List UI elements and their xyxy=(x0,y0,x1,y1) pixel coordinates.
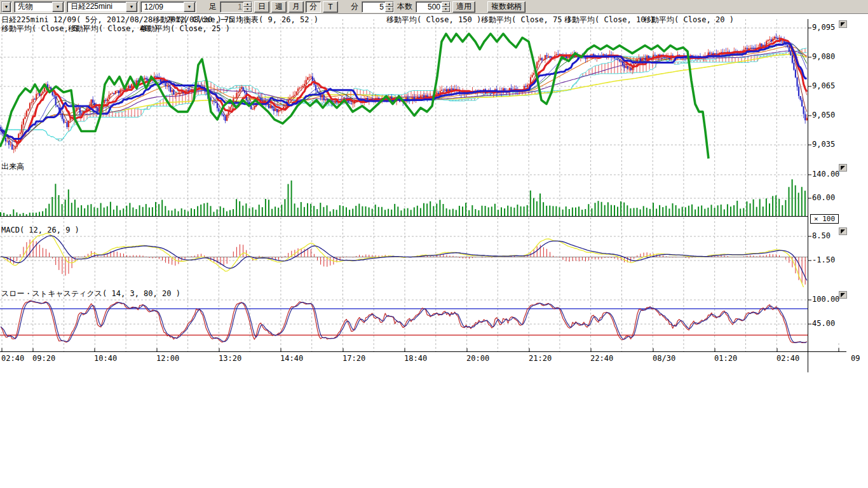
ashi-stepper: ▲▼ xyxy=(220,1,252,13)
x-axis-label: 01:20 xyxy=(714,355,737,363)
arrow-nw-icon xyxy=(841,166,845,170)
volume-panel-collapse-icon[interactable] xyxy=(839,164,847,172)
spin-up-icon: ▲ xyxy=(243,2,252,7)
market-combo[interactable]: 先物 ▼ xyxy=(14,1,65,13)
legend-item: 移動平均( Close, 10 ) xyxy=(564,16,654,24)
legend-item: 移動平均( Close, 150 ) xyxy=(386,16,481,24)
ashi-input xyxy=(220,2,243,12)
minute-stepper[interactable]: ▲▼ xyxy=(362,1,394,13)
legend-item: 移動平均( Close, 75 ) xyxy=(481,16,571,24)
bars-input[interactable] xyxy=(416,2,442,12)
volume-panel-label: 出来高 xyxy=(1,163,24,171)
y-axis-label: 100.00 xyxy=(812,295,839,304)
mini-combo[interactable]: ▼ xyxy=(1,1,12,13)
toolbar: ▼ 先物 ▼ 日経225mini ▼ 12/09 ▼ 足 ▲▼ 日 週 月 分 … xyxy=(0,0,868,14)
minute-input[interactable] xyxy=(362,2,385,12)
y-axis-label: 9,050 xyxy=(812,111,835,119)
bars-stepper[interactable]: ▲▼ xyxy=(416,1,451,13)
ashi-spin: ▲▼ xyxy=(243,2,252,12)
spin-up-icon[interactable]: ▲ xyxy=(385,2,393,7)
arrow-nw-icon xyxy=(841,22,845,27)
period-week-button[interactable]: 週 xyxy=(271,1,287,13)
stoch-panel-label: スロー・ストキャスティクス( 14, 3, 80, 20 ) xyxy=(1,290,180,298)
legend-item: 一目均衡表( 9, 26, 52 ) xyxy=(220,16,318,24)
x-axis-label: 20:00 xyxy=(466,355,489,363)
y-axis-label: 140.00 xyxy=(812,170,839,179)
chevron-down-icon[interactable]: ▼ xyxy=(2,2,11,12)
contract-combo[interactable]: 12/09 ▼ xyxy=(140,1,196,13)
minute-spin[interactable]: ▲▼ xyxy=(385,2,393,12)
y-axis-label: 9,080 xyxy=(812,53,835,61)
symbol-combo-value: 日経225mini xyxy=(67,1,126,12)
spin-down-icon[interactable]: ▼ xyxy=(442,7,450,12)
x-axis-label: 08/30 xyxy=(653,355,675,363)
bars-label: 本数 xyxy=(396,1,414,12)
minute-label: 分 xyxy=(349,1,360,12)
y-axis-label: 9,035 xyxy=(812,140,835,149)
x-axis-label: 17:20 xyxy=(342,355,365,363)
y-axis-label: 8.50 xyxy=(812,232,831,240)
x-axis-label: 21:20 xyxy=(529,355,552,363)
market-combo-value: 先物 xyxy=(15,1,52,12)
period-month-button[interactable]: 月 xyxy=(288,1,304,13)
ashi-label: 足 xyxy=(208,1,218,12)
macd-panel-collapse-icon[interactable] xyxy=(839,227,847,235)
spin-down-icon[interactable]: ▼ xyxy=(385,7,393,12)
x-axis-label: 02:40 xyxy=(776,355,799,363)
period-day-button[interactable]: 日 xyxy=(254,1,269,13)
x-axis-label: 18:40 xyxy=(404,355,427,363)
chevron-down-icon[interactable]: ▼ xyxy=(52,2,64,12)
chart-canvas[interactable] xyxy=(0,0,868,381)
x-axis-label: 02:40 xyxy=(1,355,24,363)
contract-combo-value: 12/09 xyxy=(141,3,184,11)
price-panel-collapse-icon[interactable] xyxy=(839,20,847,28)
x-axis-label: 14:40 xyxy=(280,355,303,363)
stoch-panel-collapse-icon[interactable] xyxy=(839,291,847,299)
spin-down-icon: ▼ xyxy=(243,7,252,12)
legend-item: 移動平均( Close, 20 ) xyxy=(644,16,734,24)
y-axis-label: 9,095 xyxy=(812,24,835,32)
macd-panel-label: MACD( 12, 26, 9 ) xyxy=(1,226,79,234)
x-axis-label: 22:40 xyxy=(590,355,613,363)
y-axis-label: 60.00 xyxy=(812,194,835,202)
y-axis-label: -1.50 xyxy=(812,256,835,264)
x-axis-label: 12:00 xyxy=(156,355,179,363)
multi-symbol-button[interactable]: 複数銘柄 xyxy=(487,1,526,13)
legend-item: 移動平均( Close, 25 ) xyxy=(140,25,230,33)
chevron-down-icon[interactable]: ▼ xyxy=(126,2,137,12)
x-axis-label: 09:20 xyxy=(32,355,55,363)
period-tick-button[interactable]: T xyxy=(323,1,338,13)
y-axis-label: 9,065 xyxy=(812,82,835,90)
y-axis-label: 45.00 xyxy=(812,320,835,328)
x-axis-label: 13:20 xyxy=(219,355,241,363)
apply-button[interactable]: 適用 xyxy=(452,1,475,13)
symbol-combo[interactable]: 日経225mini ▼ xyxy=(67,1,139,13)
period-minute-button[interactable]: 分 xyxy=(306,1,321,13)
bars-spin[interactable]: ▲▼ xyxy=(442,2,450,12)
arrow-nw-icon xyxy=(841,293,845,297)
x-axis-label: 09 xyxy=(851,355,860,363)
volume-multiplier-box: × 100 xyxy=(810,214,839,224)
spin-up-icon[interactable]: ▲ xyxy=(442,2,450,7)
chevron-down-icon[interactable]: ▼ xyxy=(184,2,195,12)
arrow-nw-icon xyxy=(841,229,845,234)
x-axis-label: 10:40 xyxy=(94,355,117,363)
